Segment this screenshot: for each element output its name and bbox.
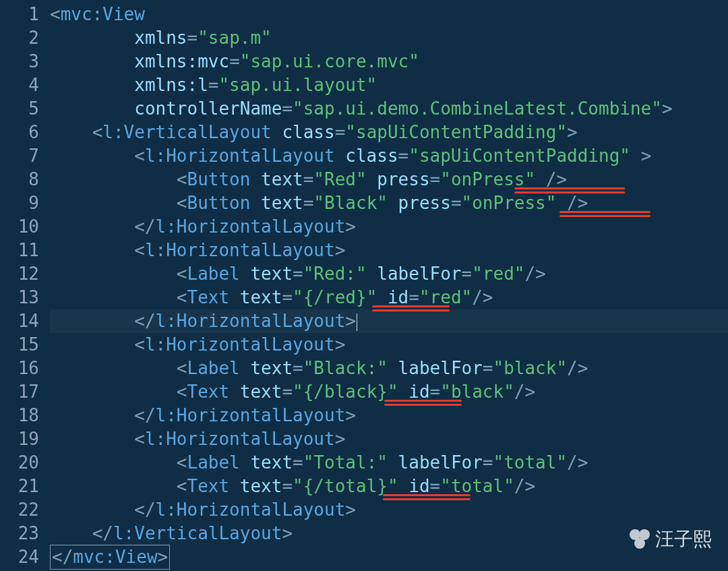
line-number: 5 xyxy=(0,97,39,121)
code-line[interactable]: <Text text="{/total}" id="total"/> xyxy=(50,475,728,498)
line-number: 24 xyxy=(0,545,39,569)
wechat-icon xyxy=(628,528,651,551)
code-editor[interactable]: 123456789101112131415161718192021222324 … xyxy=(0,0,728,569)
code-line[interactable]: controllerName="sap.ui.demo.CombineLates… xyxy=(50,97,728,121)
line-number: 14 xyxy=(0,309,39,333)
code-line[interactable]: <Label text="Red:" labelFor="red"/> xyxy=(50,262,728,286)
watermark-text: 汪子熙 xyxy=(655,527,712,552)
text-cursor xyxy=(357,313,357,331)
watermark: 汪子熙 xyxy=(628,527,712,552)
code-line[interactable]: <Label text="Black:" labelFor="black"/> xyxy=(50,357,728,380)
code-line[interactable]: </l:HorizontalLayout> xyxy=(50,309,728,333)
code-line[interactable]: <Text text="{/red}" id="red"/> xyxy=(50,286,728,309)
line-number: 16 xyxy=(0,357,39,380)
line-number: 20 xyxy=(0,451,39,475)
code-line[interactable]: <l:HorizontalLayout> xyxy=(50,427,728,451)
line-number: 13 xyxy=(0,286,39,309)
code-line[interactable]: <l:HorizontalLayout class="sapUiContentP… xyxy=(50,144,728,168)
line-number: 4 xyxy=(0,73,39,97)
code-line[interactable]: <l:VerticalLayout class="sapUiContentPad… xyxy=(50,121,728,144)
code-line[interactable]: xmlns:mvc="sap.ui.core.mvc" xyxy=(50,50,728,73)
code-area[interactable]: <mvc:View xmlns="sap.m" xmlns:mvc="sap.u… xyxy=(46,0,728,569)
line-number: 15 xyxy=(0,333,39,357)
matching-tag-highlight: </mvc:View> xyxy=(50,545,170,570)
line-number: 23 xyxy=(0,522,39,545)
code-line[interactable]: </mvc:View> xyxy=(50,545,728,569)
line-number: 3 xyxy=(0,50,39,73)
line-number: 19 xyxy=(0,427,39,451)
code-line[interactable]: </l:HorizontalLayout> xyxy=(50,498,728,522)
code-line[interactable]: <Label text="Total:" labelFor="total"/> xyxy=(50,451,728,475)
line-number: 9 xyxy=(0,191,39,215)
line-number: 1 xyxy=(0,3,39,26)
line-number: 8 xyxy=(0,168,39,191)
line-number: 17 xyxy=(0,380,39,404)
code-line[interactable]: <Button text="Red" press="onPress" /> xyxy=(50,168,728,191)
line-number-gutter: 123456789101112131415161718192021222324 xyxy=(0,0,46,569)
line-number: 12 xyxy=(0,262,39,286)
code-line[interactable]: <Text text="{/black}" id="black"/> xyxy=(50,380,728,404)
line-number: 2 xyxy=(0,26,39,50)
line-number: 10 xyxy=(0,215,39,239)
line-number: 18 xyxy=(0,404,39,427)
code-line[interactable]: <l:HorizontalLayout> xyxy=(50,333,728,357)
code-line[interactable]: xmlns="sap.m" xyxy=(50,26,728,50)
code-line[interactable]: </l:VerticalLayout> xyxy=(50,522,728,545)
line-number: 7 xyxy=(0,144,39,168)
code-line[interactable]: </l:HorizontalLayout> xyxy=(50,215,728,239)
line-number: 21 xyxy=(0,475,39,498)
code-line[interactable]: </l:HorizontalLayout> xyxy=(50,404,728,427)
line-number: 11 xyxy=(0,239,39,262)
code-line[interactable]: <l:HorizontalLayout> xyxy=(50,239,728,262)
code-line[interactable]: <Button text="Black" press="onPress" /> xyxy=(50,191,728,215)
code-line[interactable]: xmlns:l="sap.ui.layout" xyxy=(50,73,728,97)
line-number: 6 xyxy=(0,121,39,144)
line-number: 22 xyxy=(0,498,39,522)
code-line[interactable]: <mvc:View xyxy=(50,3,728,26)
